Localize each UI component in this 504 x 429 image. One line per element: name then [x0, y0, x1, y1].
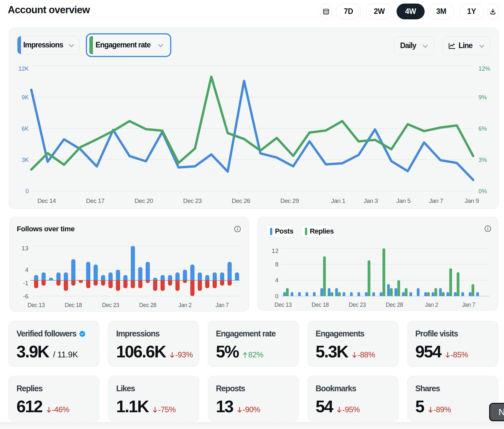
svg-text:-1: -1 [23, 280, 28, 286]
svg-text:0: 0 [25, 188, 29, 195]
svg-text:Jan 9: Jan 9 [465, 197, 479, 204]
svg-text:Dec 14: Dec 14 [37, 197, 56, 204]
svg-text:12%: 12% [479, 65, 490, 72]
svg-text:9%: 9% [479, 94, 487, 101]
svg-text:Dec 28: Dec 28 [386, 302, 403, 308]
svg-text:Dec 26: Dec 26 [232, 197, 250, 204]
svg-text:0%: 0% [479, 188, 487, 195]
svg-text:Dec 23: Dec 23 [349, 302, 366, 308]
svg-text:-6: -6 [23, 293, 28, 300]
svg-text:0: 0 [275, 293, 278, 300]
svg-text:4: 4 [25, 266, 28, 273]
svg-text:3%: 3% [479, 157, 487, 163]
svg-text:Jan 7: Jan 7 [429, 197, 443, 204]
svg-text:Jan 2: Jan 2 [178, 302, 192, 308]
svg-text:Jan 5: Jan 5 [396, 197, 410, 204]
svg-text:6%: 6% [479, 125, 487, 132]
svg-text:Jan 7: Jan 7 [462, 302, 475, 308]
svg-text:Jan 7: Jan 7 [216, 302, 229, 308]
svg-text:Dec 23: Dec 23 [183, 197, 202, 204]
svg-text:12K: 12K [18, 65, 29, 72]
svg-text:9K: 9K [22, 94, 29, 101]
svg-text:Dec 13: Dec 13 [275, 302, 292, 308]
svg-text:Jan 2: Jan 2 [425, 302, 438, 308]
svg-text:Dec 28: Dec 28 [139, 302, 156, 308]
svg-text:Dec 18: Dec 18 [312, 302, 329, 308]
svg-text:Jan 1: Jan 1 [331, 197, 345, 204]
svg-text:8: 8 [275, 261, 278, 268]
svg-text:6K: 6K [22, 125, 29, 132]
svg-text:4: 4 [275, 277, 278, 284]
svg-text:Dec 23: Dec 23 [102, 302, 119, 308]
svg-text:Jan 3: Jan 3 [364, 197, 378, 204]
svg-text:13: 13 [22, 245, 28, 252]
svg-text:Dec 18: Dec 18 [65, 302, 82, 308]
svg-text:12: 12 [272, 247, 278, 254]
svg-text:Dec 20: Dec 20 [135, 197, 153, 204]
svg-text:Dec 29: Dec 29 [280, 197, 299, 204]
svg-text:3K: 3K [22, 157, 29, 163]
svg-text:Dec 17: Dec 17 [86, 197, 104, 204]
svg-text:Dec 13: Dec 13 [27, 302, 45, 308]
